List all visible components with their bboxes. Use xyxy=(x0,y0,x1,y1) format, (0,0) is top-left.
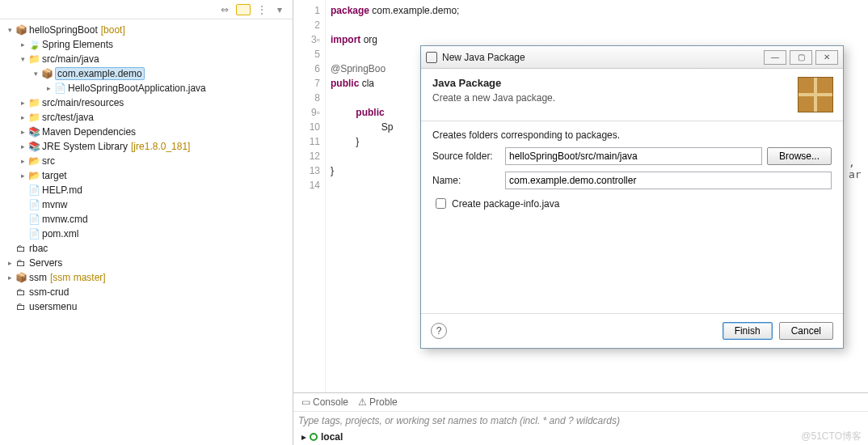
java-file-icon: 📄 xyxy=(53,83,66,94)
tree[interactable]: ▾📦helloSpringBoot[boot] ▸🍃Spring Element… xyxy=(0,19,293,445)
name-label: Name: xyxy=(432,175,500,186)
tree-item-selected[interactable]: ▾📦com.example.demo xyxy=(5,66,293,81)
tree-project[interactable]: ▸🗀Servers xyxy=(5,256,293,270)
tree-project[interactable]: ▸📦ssm[ssm master] xyxy=(5,270,293,285)
boot-project-icon: 📦 xyxy=(15,24,27,36)
clipped-code: , ar xyxy=(849,156,868,180)
source-folder-label: Source folder: xyxy=(432,150,500,162)
server-local[interactable]: ▸local xyxy=(293,429,868,445)
filter-placeholder[interactable]: Type tags, projects, or working set name… xyxy=(298,415,620,426)
spring-icon: 🍃 xyxy=(27,39,40,50)
tree-item[interactable]: ▸📂src xyxy=(5,154,293,168)
package-presentation-icon[interactable] xyxy=(236,4,251,15)
file-icon: 📄 xyxy=(27,214,40,225)
line-numbers: 123▫56789▫1011121314 xyxy=(293,0,326,392)
finish-button[interactable]: Finish xyxy=(723,322,773,340)
minimize-button[interactable]: — xyxy=(764,50,786,65)
tree-item[interactable]: ▸📚Maven Dependencies xyxy=(5,125,293,139)
package-banner-icon xyxy=(798,77,833,112)
new-package-dialog: New Java Package — ▢ ✕ Java Package Crea… xyxy=(420,45,844,349)
source-folder-icon: 📁 xyxy=(27,53,40,65)
problems-icon: ⚠ xyxy=(358,396,367,408)
browse-button[interactable]: Browse... xyxy=(767,147,832,165)
maximize-button[interactable]: ▢ xyxy=(790,50,812,65)
tree-project[interactable]: 🗀rbac xyxy=(5,241,293,256)
view-menu-icon[interactable]: ▾ xyxy=(273,4,286,15)
package-icon: 📦 xyxy=(40,68,53,79)
package-info-checkbox[interactable] xyxy=(436,198,446,209)
dialog-heading: Java Package xyxy=(432,77,798,89)
tree-item[interactable]: 📄mvnw xyxy=(5,197,293,212)
file-icon: 📄 xyxy=(27,199,40,210)
watermark: @51CTO博客 xyxy=(801,430,862,443)
source-folder-icon: 📁 xyxy=(27,97,40,108)
tree-item[interactable]: ▸📁src/main/resources xyxy=(5,95,293,110)
project-icon: 📦 xyxy=(15,272,27,283)
bottom-panel: ▭Console ⚠Proble Type tags, projects, or… xyxy=(293,392,868,445)
cancel-button[interactable]: Cancel xyxy=(779,322,833,340)
dialog-titlebar[interactable]: New Java Package — ▢ ✕ xyxy=(421,46,843,69)
name-input[interactable] xyxy=(505,172,832,189)
collapse-icon[interactable]: ⇔ xyxy=(218,4,231,15)
file-icon: 📄 xyxy=(27,184,40,196)
explorer-toolbar: ⇔ ⋮ ▾ xyxy=(0,0,293,19)
tree-item[interactable]: 📄HELP.md xyxy=(5,183,293,197)
tree-item[interactable]: ▸📁src/test/java xyxy=(5,110,293,125)
library-icon: 📚 xyxy=(27,126,40,138)
console-icon: ▭ xyxy=(301,396,310,408)
tree-project[interactable]: 🗀usersmenu xyxy=(5,299,293,314)
closed-project-icon: 🗀 xyxy=(15,243,27,254)
tree-item[interactable]: ▸📚JRE System Library[jre1.8.0_181] xyxy=(5,139,293,154)
tree-item[interactable]: 📄mvnw.cmd xyxy=(5,212,293,227)
xml-file-icon: 📄 xyxy=(27,228,40,239)
folder-icon: 📂 xyxy=(27,155,40,167)
tab-problems[interactable]: ⚠Proble xyxy=(355,396,401,409)
closed-project-icon: 🗀 xyxy=(15,301,27,312)
server-running-icon xyxy=(310,433,318,441)
library-icon: 📚 xyxy=(27,141,40,152)
package-info-label: Create package-info.java xyxy=(452,198,559,210)
dialog-title: New Java Package xyxy=(442,52,759,63)
tree-item[interactable]: ▸📄HelloSpringBootApplication.java xyxy=(5,81,293,95)
tree-project[interactable]: 🗀ssm-crud xyxy=(5,285,293,299)
tree-item[interactable]: ▸🍃Spring Elements xyxy=(5,37,293,52)
help-button[interactable]: ? xyxy=(431,323,447,339)
tree-project[interactable]: ▾📦helloSpringBoot[boot] xyxy=(5,23,293,37)
tab-console[interactable]: ▭Console xyxy=(298,396,352,409)
project-icon: 🗀 xyxy=(15,257,27,269)
link-editor-icon[interactable]: ⋮ xyxy=(255,4,268,15)
source-folder-icon: 📁 xyxy=(27,112,40,123)
source-folder-input[interactable] xyxy=(505,147,762,165)
tree-item[interactable]: 📄pom.xml xyxy=(5,227,293,241)
closed-project-icon: 🗀 xyxy=(15,286,27,298)
dialog-icon xyxy=(426,52,437,63)
tree-item[interactable]: ▾📁src/main/java xyxy=(5,52,293,66)
folder-icon: 📂 xyxy=(27,170,40,181)
dialog-subtitle: Create a new Java package. xyxy=(432,92,798,104)
tree-item[interactable]: ▸📂target xyxy=(5,168,293,183)
project-explorer: ⇔ ⋮ ▾ ▾📦helloSpringBoot[boot] ▸🍃Spring E… xyxy=(0,0,293,445)
dialog-description: Creates folders corresponding to package… xyxy=(432,129,832,141)
close-button[interactable]: ✕ xyxy=(815,50,838,65)
